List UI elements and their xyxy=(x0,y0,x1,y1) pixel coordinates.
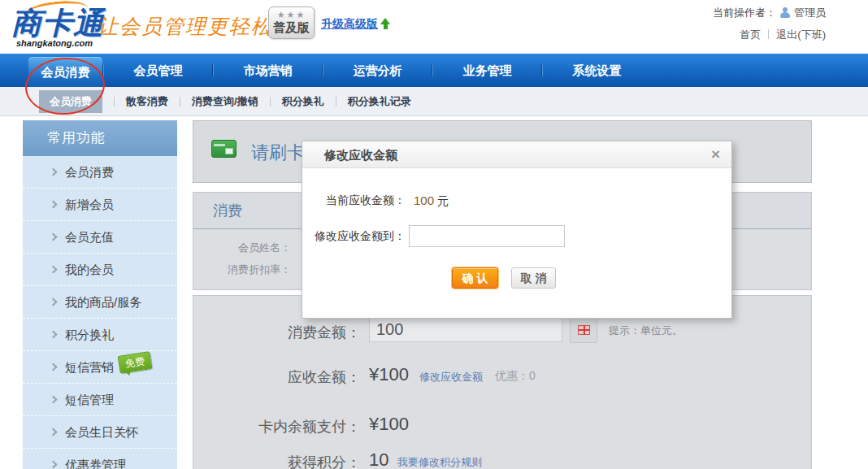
chevron-right-icon xyxy=(50,201,58,209)
sidebar-item-birthday-care[interactable]: 会员生日关怀 xyxy=(23,416,177,449)
sidebar-item-points-exchange[interactable]: 积分换礼 xyxy=(23,319,177,351)
sub-nav: 会员消费 散客消费 消费查询/撤销 积分换礼 积分换礼记录 xyxy=(0,87,868,116)
upgrade-link-label: 升级高级版 xyxy=(321,17,378,30)
nav-tab-settings[interactable]: 系统设置 xyxy=(543,54,651,87)
nav-tab-analysis[interactable]: 运营分析 xyxy=(323,54,432,87)
top-header: 商卡通 shangkatong.com 让会员管理更轻松 ★★★ 普及版 升级高… xyxy=(0,0,868,54)
chevron-right-icon xyxy=(50,233,58,241)
amount-hint: 提示：单位元。 xyxy=(609,324,683,338)
home-link[interactable]: 首页 xyxy=(740,28,761,41)
chevron-right-icon xyxy=(50,266,58,274)
points-value: 10 xyxy=(369,449,388,469)
tagline: 让会员管理更轻松 xyxy=(98,13,273,40)
sidebar-item-my-members[interactable]: 我的会员 xyxy=(23,254,177,286)
chevron-right-icon xyxy=(50,168,58,176)
modify-receivable-modal: 修改应收金额 × 当前应收金额： 100 元 修改应收金额到： 确 认 取 消 xyxy=(302,141,732,319)
discount-text: 优惠：0 xyxy=(495,369,536,384)
sidebar-item-my-products[interactable]: 我的商品/服务 xyxy=(23,286,177,319)
sidebar-item-label: 短信营销 xyxy=(65,360,114,374)
sidebar-item-label: 我的会员 xyxy=(65,263,114,276)
chevron-right-icon xyxy=(50,363,58,371)
subnav-points-exchange[interactable]: 积分换礼 xyxy=(282,94,324,109)
sidebar-item-coupon-manage[interactable]: 优惠券管理 xyxy=(23,449,177,469)
credit-card-icon xyxy=(211,140,237,158)
sidebar-item-label: 优惠券管理 xyxy=(65,458,126,469)
subnav-separator xyxy=(180,97,180,106)
nav-tab-member-manage[interactable]: 会员管理 xyxy=(104,54,212,87)
main-nav: 会员消费 会员管理 市场营销 运营分析 业务管理 系统设置 xyxy=(0,54,868,87)
modal-header: 修改应收金额 × xyxy=(302,141,731,168)
cancel-button[interactable]: 取 消 xyxy=(511,267,556,289)
chevron-right-icon xyxy=(50,396,58,404)
points-label: 获得积分： xyxy=(210,453,361,469)
current-amount-unit: 元 xyxy=(437,194,449,209)
logout-link[interactable]: 退出(下班) xyxy=(776,28,826,41)
sidebar-item-add-member[interactable]: 新增会员 xyxy=(23,189,177,221)
operator-name: 管理员 xyxy=(794,7,826,19)
amount-input[interactable] xyxy=(369,317,562,342)
balance-label: 卡内余额支付： xyxy=(210,417,361,436)
chevron-right-icon xyxy=(50,428,58,436)
current-amount-value: 100 xyxy=(414,193,434,207)
subnav-separator xyxy=(114,97,115,106)
modify-receivable-link[interactable]: 修改应收金额 xyxy=(419,370,483,384)
subnav-points-exchange-record[interactable]: 积分换礼记录 xyxy=(348,94,411,109)
new-amount-input[interactable] xyxy=(409,225,565,247)
page-root: 商卡通 shangkatong.com 让会员管理更轻松 ★★★ 普及版 升级高… xyxy=(0,0,868,469)
current-amount-label: 当前应收金额： xyxy=(302,193,406,208)
balance-value: ¥100 xyxy=(369,414,409,435)
receivable-label: 应收金额： xyxy=(210,367,361,387)
close-icon[interactable]: × xyxy=(711,145,720,163)
operator-label: 当前操作者： xyxy=(713,7,776,19)
upgrade-link[interactable]: 升级高级版 xyxy=(321,17,391,32)
logo-domain: shangkatong.com xyxy=(16,38,93,48)
sidebar-item-label: 积分换礼 xyxy=(65,328,114,341)
sidebar-item-sms-manage[interactable]: 短信管理 xyxy=(23,384,177,416)
session-separator xyxy=(768,29,769,39)
receivable-value: ¥100 xyxy=(369,364,409,385)
nav-tab-business[interactable]: 业务管理 xyxy=(433,54,541,87)
sidebar-item-label: 会员充值 xyxy=(65,230,114,244)
nav-tab-marketing[interactable]: 市场营销 xyxy=(214,54,322,87)
points-rule-link[interactable]: 我要修改积分规则 xyxy=(397,455,482,469)
sidebar-item-label: 会员生日关怀 xyxy=(65,425,138,439)
sidebar-item-member-recharge[interactable]: 会员充值 xyxy=(23,221,177,254)
edition-stars-icon: ★★★ xyxy=(269,9,314,20)
subnav-separator xyxy=(336,97,336,106)
sidebar-item-member-consume[interactable]: 会员消费 xyxy=(23,156,177,189)
chevron-right-icon xyxy=(50,461,58,469)
subnav-consume-query[interactable]: 消费查询/撤销 xyxy=(192,94,258,109)
sidebar-item-label: 短信管理 xyxy=(65,393,114,406)
subnav-member-consume[interactable]: 会员消费 xyxy=(39,90,102,113)
discount-rate-label: 消费折扣率： xyxy=(202,263,291,277)
subnav-separator xyxy=(270,97,271,106)
sidebar-item-sms-marketing[interactable]: 短信营销 免费 xyxy=(23,351,177,384)
free-badge: 免费 xyxy=(118,351,153,374)
edition-name: 普及版 xyxy=(269,20,314,35)
sidebar-item-label: 我的商品/服务 xyxy=(65,295,141,309)
user-icon xyxy=(779,7,791,18)
gift-button[interactable] xyxy=(570,317,597,343)
session-line: 首页退出(下班) xyxy=(740,28,826,42)
edition-badge: ★★★ 普及版 xyxy=(268,7,315,39)
upgrade-arrow-icon xyxy=(380,18,391,29)
sidebar-item-label: 会员消费 xyxy=(65,165,114,179)
payment-section: 消费金额： 提示：单位元。 应收金额： ¥100 修改应收金额 优惠：0 卡内余… xyxy=(193,295,812,469)
confirm-button[interactable]: 确 认 xyxy=(452,267,498,289)
amount-label: 消费金额： xyxy=(210,323,361,342)
member-name-label: 会员姓名： xyxy=(202,241,291,255)
sidebar-item-label: 新增会员 xyxy=(65,198,114,211)
modal-title: 修改应收金额 xyxy=(324,148,397,163)
chevron-right-icon xyxy=(50,331,58,339)
sidebar-title: 常用功能 xyxy=(23,120,177,156)
subnav-walkin-consume[interactable]: 散客消费 xyxy=(126,94,168,109)
gift-icon xyxy=(578,325,590,335)
sidebar: 常用功能 会员消费 新增会员 会员充值 我的会员 我的商品/服务 积分换礼 短信… xyxy=(23,120,177,469)
chevron-right-icon xyxy=(50,298,58,306)
new-amount-label: 修改应收金额到： xyxy=(302,229,406,244)
operator-line: 当前操作者：管理员 xyxy=(713,6,826,20)
nav-tab-member-consume[interactable]: 会员消费 xyxy=(28,57,102,87)
